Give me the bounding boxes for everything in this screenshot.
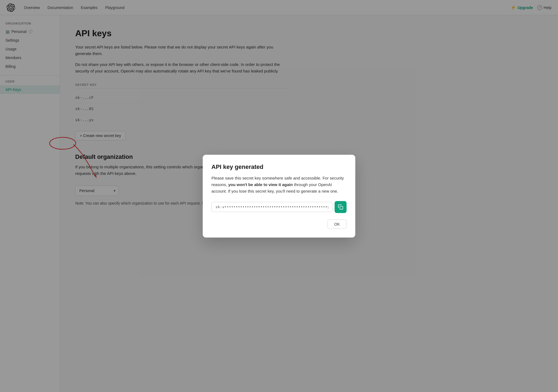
- svg-rect-2: [340, 206, 343, 209]
- copy-icon: [338, 204, 343, 210]
- modal-title: API key generated: [211, 163, 347, 171]
- ok-button[interactable]: OK: [327, 220, 347, 229]
- key-input-row: [211, 201, 347, 213]
- modal: API key generated Please save this secre…: [203, 155, 355, 238]
- copy-button[interactable]: [335, 201, 347, 213]
- modal-description: Please save this secret key somewhere sa…: [211, 175, 347, 195]
- modal-annotation: [0, 0, 558, 392]
- modal-overlay: API key generated Please save this secre…: [0, 0, 558, 392]
- modal-footer: OK: [211, 220, 347, 229]
- api-key-input[interactable]: [211, 202, 332, 212]
